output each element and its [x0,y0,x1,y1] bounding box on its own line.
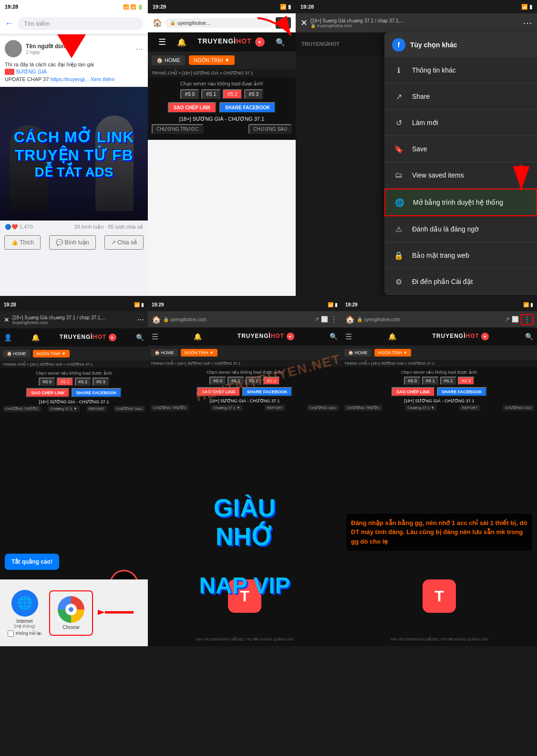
bot3-home-icon[interactable]: 🏠 [345,315,355,324]
bot3-copy-btn[interactable]: SAO CHÉP LINK [392,387,434,397]
checkbox-input[interactable] [8,630,14,637]
bot1-s3[interactable]: #S 3 [93,378,109,386]
bot3-url[interactable]: 🔒 uyengihotne.com [357,317,503,322]
home-menu-btn[interactable]: 🏠 HOME [152,55,185,65]
bot2-share-icon[interactable]: ↗ [314,316,319,323]
gear-icon: ⚙ [392,275,405,288]
prev-chapter-btn[interactable]: CHƯƠNG TRƯỚC [152,124,204,134]
dropdown-item-share[interactable]: ↗ Share [384,84,537,110]
bot1-s1[interactable]: #S 1 [57,378,73,386]
bot2-s2[interactable]: #S 2 [246,377,262,385]
action-buttons: SAO CHÉP LINK SHARE FACEBOOK [152,102,292,113]
copy-link-btn[interactable]: SAO CHÉP LINK [168,102,217,113]
bot1-user-icon[interactable]: 👤 [4,334,12,341]
internet-app-icon[interactable]: 🌐 Internet (Hệ thống) Không hỏi lại [0,585,49,641]
dropdown-item-save[interactable]: 🔖 Save [384,136,537,162]
bot2-share-btn[interactable]: SHARE FACEBOOK [242,387,292,397]
bot3-s2[interactable]: #S 2 [440,377,457,385]
bot2-bell-icon[interactable]: 🔔 [194,333,202,340]
bot2-action-btns: SAO CHÉP LINK SHARE FACEBOOK [151,387,339,397]
server-2-btn[interactable]: #S 2 [223,89,242,99]
menu-dots-icon[interactable]: ⋯ [523,17,532,29]
hamburger-icon[interactable]: ☰ [158,37,166,47]
nap-vip-big-text: NAP VIP [148,572,341,598]
bot3-addr-bar: 🏠 🔒 uyengihotne.com ↗ ⬜ ⋮ [341,311,537,327]
bot2-tab-icon[interactable]: ⬜ [321,316,328,323]
server-1-btn[interactable]: #S 1 [201,89,221,99]
bot2-addr-bar: 🏠 🔒 uyengihotne.com ↗ ⬜ ⋮ [148,311,341,327]
bottom-row: 19:28 📶 ▮ ✕ [18+] Sương Giá chương 37.1 … [0,298,537,646]
dropdown-item-bao-mat[interactable]: 🔒 Bảo mật trang web [384,242,537,269]
bot2-ngon-btn[interactable]: NGÔN TÌNH ▼ [181,349,218,357]
bot1-dots-icon[interactable]: ⋯ [137,316,144,324]
bot3-share-icon[interactable]: ↗ [505,316,510,323]
like-button[interactable]: 👍 Thích [4,235,41,250]
bot2-home-icon[interactable]: 🏠 [152,315,161,324]
fb-logo-icon: f [392,38,405,52]
server-0-btn[interactable]: #S 0 [180,89,200,99]
bot3-s0[interactable]: #S 0 [404,377,421,385]
post-options-icon[interactable]: ··· [136,44,143,54]
bot3-ham-icon[interactable]: ☰ [345,332,352,341]
share-facebook-btn[interactable]: SHARE FACEBOOK [219,102,276,113]
bot2-s0[interactable]: #S 0 [209,377,226,385]
bot2-dots-icon[interactable]: ⋮ [330,315,338,324]
server-3-btn[interactable]: #S 3 [244,89,264,99]
status-bar-2: 19:29 📶 ▮ [148,0,296,13]
bot1-home-btn[interactable]: 🏠 HOME [3,350,30,357]
bot1-share-btn[interactable]: SHARE FACEBOOK [72,388,122,398]
bot3-search-icon[interactable]: 🔍 [525,333,533,340]
bot1-ngon-btn[interactable]: NGÔN TÌNH ▼ [33,350,70,357]
bot2-s3[interactable]: #S 3 [263,377,280,385]
save-icon: 🔖 [392,142,405,156]
search-input[interactable]: Tìm kiếm [17,17,143,30]
bot1-action-btns: SAO CHÉP LINK SHARE FACEBOOK [3,388,145,398]
share-button[interactable]: ↗ Chia sẻ [104,235,144,250]
bot3-s3[interactable]: #S 3 [458,377,475,385]
status-bar-1: 19:28 📶 📶 🔋 [0,0,148,13]
danh-dau-label: Đánh dấu là đáng ngờ [412,225,479,233]
chrome-app-icon[interactable]: Chrome [50,591,92,635]
bot2-menu-bar: 🏠 HOME NGÔN TÌNH ▼ [148,346,341,360]
bot1-close-icon[interactable]: ✕ [4,316,10,324]
bot3-home-btn[interactable]: 🏠 HOME [344,349,372,357]
close-icon[interactable]: ✕ [300,18,308,28]
server-buttons: #S 0 #S 1 #S 2 #S 3 [152,89,292,99]
bot3-s1[interactable]: #S 1 [422,377,439,385]
bot2-copy-btn[interactable]: SAO CHÉP LINK [197,387,240,397]
bot1-search-icon[interactable]: 🔍 [136,334,144,341]
dropdown-item-danh-dau[interactable]: ⚠ Đánh dấu là đáng ngờ [384,216,537,242]
chrome-center-dot [69,607,73,612]
bot2-nav-btns: CHƯƠNG TRƯỚC Chương 37.1 ▼ REPORT CHƯƠNG… [151,405,339,411]
home-icon[interactable]: 🏠 [153,18,162,27]
bot3-bell-icon[interactable]: 🔔 [388,333,396,340]
dont-ask-checkbox[interactable]: Không hỏi lại [8,630,41,637]
bot2-nav: ☰ 🔔 TRUYENGÌHOT ● 🔍 [148,327,341,346]
dropdown-item-thong-tin[interactable]: ℹ Thông tin khác [384,57,537,84]
bot3-status: 19:29 📶 ▮ [341,298,537,311]
bell-icon[interactable]: 🔔 [177,38,186,47]
bot3-ngon-btn[interactable]: NGÔN TÌNH ▼ [374,349,412,357]
ngon-tinh-btn[interactable]: NGÔN TÌNH ▼ [189,55,234,65]
bot2-status: 19:29 📶 ▮ [148,298,341,311]
bot3-tab-icon[interactable]: ⬜ [512,316,519,323]
bot1-s0[interactable]: #S 0 [39,378,55,386]
bot3-dots-icon[interactable]: ⋮ [521,314,533,325]
share-label: Share [412,93,430,100]
bot1-s2[interactable]: #S 2 [75,378,92,386]
bot2-s1[interactable]: #S 1 [227,377,244,385]
bot2-home-btn[interactable]: 🏠 HOME [151,349,178,357]
tat-qc-popup[interactable]: Tắt quảng cáo! [5,554,59,570]
dropdown-item-lam-moi[interactable]: ↺ Làm mới [384,110,537,136]
advice-text: Đăng nhập sẵn bằng gg, nên nhớ 1 acc chỉ… [346,514,532,551]
back-arrow-icon[interactable]: ← [5,19,13,29]
bot2-search-icon[interactable]: 🔍 [330,333,338,340]
bot2-url[interactable]: 🔒 uyengihotne.com [163,317,312,322]
bot2-ham-icon[interactable]: ☰ [152,332,158,341]
bot1-bell-icon[interactable]: 🔔 [31,334,40,341]
comment-button[interactable]: 💬 Bình luận [49,235,95,250]
bot1-copy-btn[interactable]: SAO CHÉP LINK [26,388,69,398]
bot3-share-btn[interactable]: SHARE FACEBOOK [437,387,487,397]
dropdown-item-cai-dat[interactable]: ⚙ Đi đến phần Cài đặt [384,269,537,295]
next-chapter-btn[interactable]: CHƯƠNG SAU [248,124,292,134]
